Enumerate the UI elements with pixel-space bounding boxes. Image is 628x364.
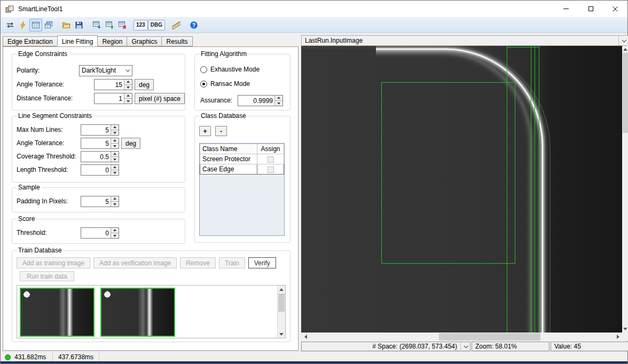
segment-angle-unit-badge[interactable]: deg	[121, 138, 140, 149]
scroll-down-icon[interactable]	[622, 326, 628, 333]
spin-up-icon[interactable]	[124, 93, 132, 98]
spin-down-icon[interactable]	[124, 84, 132, 90]
open-button[interactable]	[60, 19, 73, 31]
spin-up-icon[interactable]	[274, 96, 282, 100]
spin-up-icon[interactable]	[111, 228, 119, 233]
polarity-combobox[interactable]: DarkToLight	[79, 65, 132, 76]
spinner-value[interactable]: 5	[81, 138, 111, 148]
add-class-button[interactable]: +	[199, 126, 211, 136]
spinner-value[interactable]: 0.9999	[238, 96, 274, 106]
spin-down-icon[interactable]	[111, 130, 119, 135]
spin-up-icon[interactable]	[111, 138, 119, 143]
maximize-button[interactable]	[578, 1, 603, 17]
numbers-button[interactable]: 123	[134, 20, 148, 30]
spin-down-icon[interactable]	[274, 100, 282, 106]
scrollbar-thumb[interactable]	[278, 294, 285, 312]
line-segment-constraints-group: Line Segment Constraints Max Num Lines: …	[12, 116, 185, 183]
scroll-up-icon[interactable]	[622, 46, 628, 53]
exhaustive-mode-radio[interactable]: Exhaustive Mode	[200, 65, 260, 74]
class-table-header: Class Name Assign	[200, 144, 284, 154]
image-horizontal-scrollbar[interactable]	[301, 333, 622, 341]
spin-down-icon[interactable]	[111, 143, 119, 148]
scrollbar-thumb[interactable]	[623, 53, 628, 133]
spinner-value[interactable]: 5	[81, 125, 111, 135]
spinner-value[interactable]: 0	[81, 165, 111, 175]
spin-down-icon[interactable]	[111, 170, 119, 175]
spin-up-icon[interactable]	[111, 196, 119, 201]
display-source-dropdown-button[interactable]	[618, 36, 628, 45]
spin-up-icon[interactable]	[111, 152, 119, 156]
display-source-selector[interactable]: LastRun.InputImage	[301, 35, 628, 46]
assign-cell[interactable]	[257, 164, 284, 175]
tab-edge-extraction[interactable]: Edge Extraction	[3, 36, 58, 46]
run-train-data-button: Run train data	[20, 271, 74, 281]
import-table-button[interactable]	[90, 19, 103, 31]
image-vertical-scrollbar[interactable]	[622, 46, 628, 333]
spin-up-icon[interactable]	[124, 80, 132, 84]
tab-label: Edge Extraction	[7, 38, 53, 45]
run-once-button[interactable]	[17, 19, 29, 31]
assign-cell[interactable]	[257, 154, 284, 164]
maximize-icon	[588, 6, 593, 11]
class-row-screen-protector[interactable]: Screen Protector	[200, 154, 284, 164]
tab-region[interactable]: Region	[97, 36, 127, 46]
spin-up-icon[interactable]	[111, 165, 119, 170]
ransac-mode-radio[interactable]: Ransac Mode	[200, 80, 250, 88]
scroll-down-icon[interactable]	[278, 330, 285, 338]
measure-button[interactable]	[170, 19, 183, 31]
assurance-spinner[interactable]: 0.9999	[238, 95, 283, 106]
show-grid-button[interactable]	[29, 19, 42, 31]
spinner-value[interactable]: 1	[95, 93, 124, 104]
spin-down-icon[interactable]	[111, 156, 119, 162]
copy-grid-button[interactable]	[42, 19, 55, 31]
close-button[interactable]	[603, 1, 627, 17]
ruler-icon	[172, 21, 180, 29]
total-time: 437.6738ms	[53, 352, 99, 362]
export-table-button[interactable]	[103, 19, 116, 31]
tab-graphics[interactable]: Graphics	[127, 36, 162, 46]
class-row-case-edge[interactable]: Case Edge	[200, 164, 284, 175]
spin-down-icon[interactable]	[111, 233, 119, 238]
run-continuous-button[interactable]	[4, 19, 17, 31]
save-button[interactable]	[73, 19, 85, 31]
train-image-thumbnail[interactable]	[100, 288, 175, 337]
verify-button[interactable]: Verify	[248, 257, 276, 268]
delete-table-button[interactable]	[116, 19, 129, 31]
spin-down-icon[interactable]	[111, 201, 119, 207]
spinner-value[interactable]: 15	[95, 80, 124, 90]
angle-unit-badge[interactable]: deg	[135, 79, 154, 90]
spin-down-icon[interactable]	[124, 98, 132, 104]
scroll-left-icon[interactable]	[301, 333, 310, 341]
help-button[interactable]: ?	[187, 19, 200, 31]
length-threshold-spinner[interactable]: 0	[81, 164, 119, 176]
score-threshold-spinner[interactable]: 0	[81, 227, 119, 239]
distance-unit-badge[interactable]: pixel (#) space	[135, 93, 185, 104]
spin-up-icon[interactable]	[111, 125, 119, 130]
scrollbar-thumb[interactable]	[439, 333, 540, 341]
class-name-cell[interactable]: Case Edge	[200, 164, 257, 175]
max-num-lines-spinner[interactable]: 5	[81, 124, 119, 136]
spinner-value[interactable]: 0.5	[81, 152, 111, 162]
button-label: Add as verification image	[99, 259, 171, 267]
coverage-threshold-spinner[interactable]: 0.5	[81, 151, 119, 162]
scroll-right-icon[interactable]	[614, 333, 622, 341]
segment-angle-tolerance-spinner[interactable]: 5	[81, 138, 119, 149]
space-dropdown-button[interactable]	[460, 342, 470, 351]
tab-line-fitting[interactable]: Line Fitting	[57, 35, 98, 46]
remove-class-button[interactable]: -	[215, 126, 227, 136]
edge-constraints-group: Edge Constraints Polarity: DarkToLight A…	[12, 54, 185, 110]
padding-in-pixels-spinner[interactable]: 5	[81, 196, 119, 207]
image-viewport[interactable]	[301, 46, 622, 333]
class-name-cell[interactable]: Screen Protector	[200, 154, 257, 164]
spinner-value[interactable]: 5	[81, 196, 111, 207]
minimize-button[interactable]	[554, 1, 578, 17]
debug-button[interactable]: DBG	[148, 20, 165, 30]
scroll-up-icon[interactable]	[278, 286, 285, 293]
tab-results[interactable]: Results	[161, 36, 192, 46]
distance-tolerance-spinner[interactable]: 1	[94, 93, 132, 104]
angle-tolerance-spinner[interactable]: 15	[94, 79, 132, 90]
spinner-value[interactable]: 0	[81, 228, 111, 238]
thumbnail-scrollbar[interactable]	[277, 286, 285, 338]
max-num-lines-label: Max Num Lines:	[17, 126, 81, 133]
train-image-thumbnail[interactable]	[20, 288, 95, 337]
